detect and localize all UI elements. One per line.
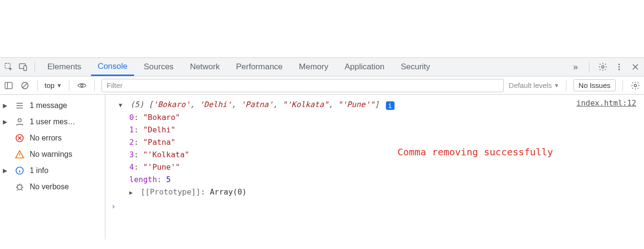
separator (566, 80, 566, 91)
execution-context-select[interactable]: top ▼ (45, 81, 62, 89)
kebab-menu-icon[interactable] (613, 61, 625, 73)
colon: : (134, 150, 143, 159)
sidebar-errors[interactable]: No errors (0, 130, 105, 146)
summary-item-2: 'Patna' (241, 100, 273, 109)
array-length-row[interactable]: length: 5 (108, 173, 638, 186)
tab-security[interactable]: Security (394, 58, 437, 76)
summary-item-1: 'Delhi' (199, 100, 231, 109)
sidebar-toggle-icon[interactable] (3, 80, 14, 91)
sidebar-user-messages[interactable]: ▶ 1 user mes… (0, 114, 105, 130)
bug-icon (14, 182, 25, 192)
chevron-down-icon: ▼ (554, 82, 559, 89)
svg-point-6 (619, 69, 620, 70)
sidebar-info[interactable]: ▶ 1 info (0, 162, 105, 179)
separator (37, 80, 38, 91)
entry-value: "Bokaro" (143, 113, 180, 122)
colon: : (134, 125, 143, 134)
tab-performance[interactable]: Performance (229, 58, 289, 76)
array-entry[interactable]: 1: "Delhi" (108, 124, 638, 136)
entry-index: 1 (129, 125, 134, 134)
issues-label: No Issues (578, 81, 610, 89)
svg-point-5 (619, 66, 620, 68)
log-level-select[interactable]: Default levels ▼ (508, 81, 559, 89)
settings-gear-icon[interactable] (597, 61, 609, 73)
sidebar-messages[interactable]: ▶ 1 message (0, 97, 105, 114)
info-badge-icon[interactable]: i (386, 101, 395, 110)
colon: : (157, 175, 166, 184)
comma: , (232, 100, 241, 109)
clear-console-icon[interactable] (19, 80, 31, 91)
live-expression-eye-icon[interactable] (76, 80, 88, 91)
console-prompt[interactable]: › (108, 199, 638, 211)
tab-label: Sources (144, 62, 173, 72)
entry-index: 0 (129, 113, 134, 122)
svg-point-9 (80, 84, 83, 87)
tab-label: Console (98, 62, 127, 71)
array-entry[interactable]: 4: "'Pune'" (108, 161, 638, 173)
colon: : (201, 187, 210, 196)
caret-down-icon: ▼ (119, 99, 125, 111)
inspect-element-icon[interactable] (3, 61, 14, 73)
colon: : (134, 162, 143, 172)
expand-arrow-icon: ▶ (3, 102, 10, 109)
svg-point-14 (17, 185, 22, 190)
tab-sources[interactable]: Sources (137, 58, 180, 76)
summary-item-3: "'Kolkata" (282, 100, 328, 109)
summary-item-4: "'Pune'" (338, 100, 374, 109)
annotation-text: Comma removing successfully (397, 146, 553, 158)
sidebar-warnings-label: No warnings (30, 150, 72, 159)
device-toolbar-icon[interactable] (17, 61, 29, 73)
filter-wrap (102, 79, 504, 92)
tab-elements[interactable]: Elements (41, 58, 88, 76)
prototype-key: [[Prototype]] (141, 187, 201, 196)
length-value: 5 (166, 175, 171, 184)
tab-application[interactable]: Application (338, 58, 391, 76)
log-array-summary[interactable]: ▼ (5) ['Bokaro', 'Delhi', 'Patna', "'Kol… (108, 98, 638, 111)
entry-value: "Delhi" (143, 125, 175, 134)
svg-point-3 (602, 66, 604, 68)
entry-value: "'Kolkata" (143, 150, 189, 159)
console-sidebar: ▶ 1 message ▶ 1 user mes… (0, 95, 105, 239)
tab-memory[interactable]: Memory (292, 58, 335, 76)
expand-arrow-icon: ▶ (3, 167, 10, 174)
info-icon (14, 165, 25, 176)
error-icon (14, 133, 25, 143)
sidebar-verbose-label: No verbose (30, 183, 69, 191)
sidebar-verbose[interactable]: No verbose (0, 179, 105, 195)
tab-label: Application (345, 62, 384, 72)
user-icon (14, 117, 25, 127)
bracket-close: ] (374, 100, 379, 109)
page-whitespace (0, 0, 644, 57)
issues-chip[interactable]: No Issues (573, 79, 616, 91)
sidebar-warnings[interactable]: No warnings (0, 146, 105, 162)
chevron-down-icon: ▼ (56, 82, 62, 89)
source-link[interactable]: index.html:12 (576, 98, 636, 108)
summary-item-0: 'Bokaro' (153, 100, 190, 109)
array-entry[interactable]: 2: "Patna" (108, 136, 638, 149)
separator (589, 62, 589, 72)
console-toolbar: top ▼ Default levels ▼ No Issues (0, 76, 644, 95)
console-filter-input[interactable] (102, 79, 504, 92)
sidebar-info-label: 1 info (30, 166, 48, 175)
comma: , (273, 100, 282, 109)
array-entry[interactable]: 3: "'Kolkata" (108, 149, 638, 161)
more-tabs-icon[interactable]: » (570, 61, 581, 73)
entry-index: 3 (129, 150, 134, 159)
prototype-value: Array(0) (210, 187, 247, 196)
messages-list-icon (14, 100, 25, 111)
separator (69, 80, 69, 91)
array-entry[interactable]: 0: "Bokaro" (108, 111, 638, 124)
close-devtools-icon[interactable] (630, 61, 641, 73)
svg-rect-2 (24, 66, 27, 71)
length-key: length (129, 175, 157, 184)
tab-label: Elements (47, 62, 81, 72)
tab-console[interactable]: Console (91, 58, 134, 76)
console-settings-gear-icon[interactable] (630, 80, 641, 91)
svg-point-4 (619, 64, 620, 65)
expand-arrow-icon: ▶ (3, 119, 10, 125)
separator (622, 80, 623, 91)
context-value: top (45, 81, 55, 89)
caret-right-icon: ▶ (129, 186, 136, 199)
array-prototype-row[interactable]: ▶ [[Prototype]]: Array(0) (108, 186, 638, 199)
tab-network[interactable]: Network (183, 58, 226, 76)
